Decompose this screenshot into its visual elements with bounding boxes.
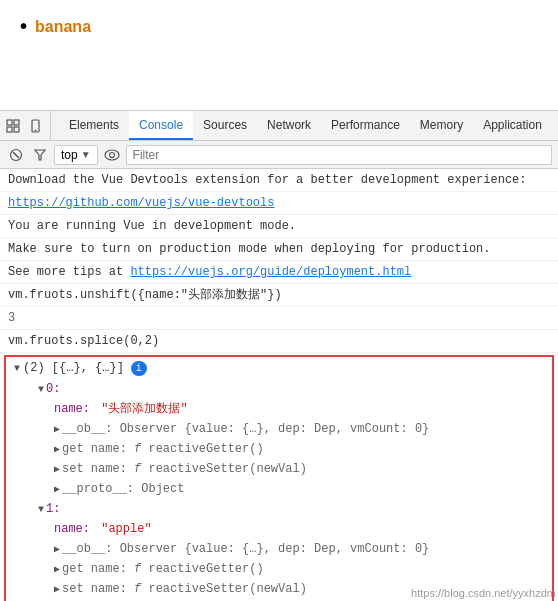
set-text-0: set name: f reactiveSetter(newVal) [62,460,307,478]
console-vm-cmd1: vm.fruots.unshift({name:"头部添加数据"}) [0,284,558,307]
chevron-down-icon: ▼ [81,149,91,160]
name-key-0: name: [54,400,90,418]
expand-arrow-ob1: ▶ [54,542,60,557]
info-badge[interactable]: i [131,361,147,376]
svg-point-9 [105,150,119,160]
console-msg-download: Download the Vue Devtools extension for … [0,169,558,192]
devtools-panel: Elements Console Sources Network Perform… [0,110,558,601]
console-result1: 3 [0,307,558,330]
item-0-name: name: "头部添加数据" [6,399,552,419]
filter-input[interactable] [126,145,552,165]
item-0-header[interactable]: ▼ 0: [6,379,552,399]
get-text-1: get name: f reactiveGetter() [62,560,264,578]
item-1-header[interactable]: ▼ 1: [6,499,552,519]
item-1-get[interactable]: ▶ get name: f reactiveGetter() [6,559,552,579]
object-inspector: ▼ (2) [{…}, {…}] i ▼ 0: name: "头部添加数据" ▶… [4,355,554,601]
tab-icon-group [4,111,51,140]
watermark: https://blog.csdn.net/yyxhzdm [411,587,556,599]
index-0: 0: [46,380,60,398]
console-msg-tips: See more tips at https://vuejs.org/guide… [0,261,558,284]
bullet-item: • banana [20,15,538,38]
tab-elements[interactable]: Elements [59,111,129,140]
svg-rect-2 [7,127,12,132]
console-msg-prod-mode: Make sure to turn on production mode whe… [0,238,558,261]
tips-link[interactable]: https://vuejs.org/guide/deployment.html [130,265,411,279]
name-val-0: "头部添加数据" [101,400,187,418]
item-0-set[interactable]: ▶ set name: f reactiveSetter(newVal) [6,459,552,479]
svg-rect-0 [7,120,12,125]
expand-arrow-1: ▼ [38,502,44,517]
bullet-text: banana [35,18,91,36]
eye-icon[interactable] [102,145,122,165]
expand-arrow-set0: ▶ [54,462,60,477]
svg-rect-3 [14,127,19,132]
mobile-icon[interactable] [26,117,44,135]
tab-bar: Elements Console Sources Network Perform… [0,111,558,141]
expand-arrow-proto0: ▶ [54,482,60,497]
inspect-icon[interactable] [4,117,22,135]
svg-line-7 [13,152,19,158]
console-vm-cmd2: vm.fruots.splice(0,2) [0,330,558,353]
expand-arrow-set1: ▶ [54,582,60,597]
tab-performance[interactable]: Performance [321,111,410,140]
console-msg-dev-mode: You are running Vue in development mode. [0,215,558,238]
tab-memory[interactable]: Memory [410,111,473,140]
ob-text-1: __ob__: Observer {value: {…}, dep: Dep, … [62,540,429,558]
expand-arrow-array: ▼ [14,361,20,376]
top-content: • banana [0,0,558,110]
vm-command1: vm.fruots.unshift({name:"头部添加数据"}) [8,288,282,302]
array-header-text: (2) [{…}, {…}] [23,359,124,377]
item-1-name: name: "apple" [6,519,552,539]
name-val-1: "apple" [101,520,151,538]
proto-text-0: __proto__: Object [62,480,184,498]
tab-sources[interactable]: Sources [193,111,257,140]
tab-console[interactable]: Console [129,111,193,140]
expand-arrow-get0: ▶ [54,442,60,457]
item-1-ob[interactable]: ▶ __ob__: Observer {value: {…}, dep: Dep… [6,539,552,559]
svg-rect-1 [14,120,19,125]
clear-console-icon[interactable] [6,145,26,165]
set-text-1: set name: f reactiveSetter(newVal) [62,580,307,598]
index-1: 1: [46,500,60,518]
expand-arrow-ob0: ▶ [54,422,60,437]
bullet-dot: • [20,15,27,38]
vm-command2: vm.fruots.splice(0,2) [8,334,159,348]
item-0-proto[interactable]: ▶ __proto__: Object [6,479,552,499]
item-0-get[interactable]: ▶ get name: f reactiveGetter() [6,439,552,459]
get-text-0: get name: f reactiveGetter() [62,440,264,458]
item-0-ob[interactable]: ▶ __ob__: Observer {value: {…}, dep: Dep… [6,419,552,439]
filter-icon[interactable] [30,145,50,165]
devtools-link[interactable]: https://github.com/vuejs/vue-devtools [8,196,274,210]
context-select[interactable]: top ▼ [54,145,98,165]
console-toolbar: top ▼ [0,141,558,169]
tab-network[interactable]: Network [257,111,321,140]
svg-marker-8 [35,150,45,160]
array-header[interactable]: ▼ (2) [{…}, {…}] i [6,357,552,379]
expand-arrow-get1: ▶ [54,562,60,577]
console-output: Download the Vue Devtools extension for … [0,169,558,601]
expand-arrow-0: ▼ [38,382,44,397]
name-key-1: name: [54,520,90,538]
ob-text-0: __ob__: Observer {value: {…}, dep: Dep, … [62,420,429,438]
console-msg-devtools-link: https://github.com/vuejs/vue-devtools [0,192,558,215]
tab-application[interactable]: Application [473,111,552,140]
svg-point-10 [109,152,114,157]
